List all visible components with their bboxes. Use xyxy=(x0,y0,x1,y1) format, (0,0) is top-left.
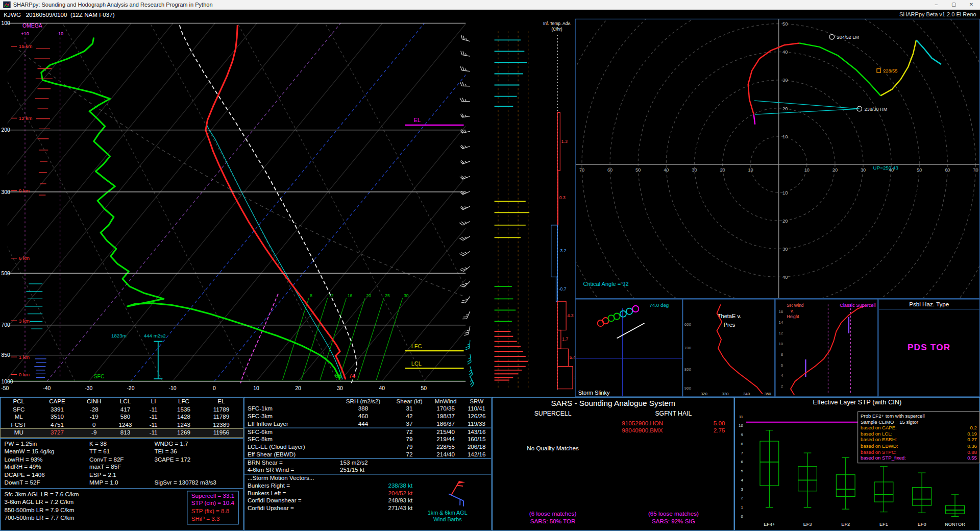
pcl-row[interactable]: FCST475101243-11124312389 xyxy=(1,421,243,429)
sharppy-window: SHARPpy: Sounding and Hodograph Analysis… xyxy=(0,0,980,531)
svg-text:50: 50 xyxy=(421,385,427,391)
svg-text:NONTOR: NONTOR xyxy=(945,522,965,527)
sars-hail-column: SGFNT HAIL 91052900.HON5.0098040900.BMX2… xyxy=(613,408,733,526)
svg-text:7: 7 xyxy=(741,451,743,455)
stp-prob-row: based on ESRH:0.27 xyxy=(861,437,977,443)
pcl-row[interactable]: MU3727-9813-11126911956 xyxy=(1,429,243,437)
svg-text:228/55: 228/55 xyxy=(883,68,897,74)
svg-text:3 km: 3 km xyxy=(19,318,30,324)
stp-boxplot-panel[interactable]: Effective Layer STP (with CIN) 012345678… xyxy=(734,397,980,531)
svg-text:60: 60 xyxy=(945,167,950,173)
version-label: SHARPpy Beta v1.2.0 El Reno xyxy=(899,11,976,17)
svg-text:30: 30 xyxy=(782,78,788,83)
thetae-panel[interactable]: ThetaE v.Pres600700800900320330340350 xyxy=(682,299,775,397)
svg-text:70: 70 xyxy=(579,167,584,173)
wind-speed-profile[interactable] xyxy=(492,19,539,397)
svg-text:6: 6 xyxy=(741,460,743,464)
storm-slinky-panel[interactable]: Storm Slinky74.0 deg xyxy=(575,299,683,397)
inset-row: PCLCAPECINHLCLLILFCELSFC3391-28417-11153… xyxy=(0,397,980,531)
pcl-row[interactable]: ML3510-19580-11142811789 xyxy=(1,413,243,421)
titlebar: SHARPpy: Sounding and Hodograph Analysis… xyxy=(0,0,980,10)
stp-prob-row: based on STP_fixed:0.55 xyxy=(861,455,977,462)
svg-text:2: 2 xyxy=(741,496,743,500)
shear-table-panel[interactable]: SRH (m2/s2)Shear (kt)MnWindSRWSFC-1km388… xyxy=(244,397,492,531)
svg-text:30: 30 xyxy=(337,385,343,391)
sars-hail-prob: SARS: 92% SIG xyxy=(613,518,733,525)
svg-text:9: 9 xyxy=(741,432,743,437)
skewt-plot[interactable]: 812162025301002003005007008501000-50-40-… xyxy=(0,19,492,397)
sars-supercell-prob: SARS: 50% TOR xyxy=(493,518,613,525)
svg-text:1: 1 xyxy=(741,505,743,510)
svg-text:74: 74 xyxy=(349,372,355,379)
svg-text:350: 350 xyxy=(765,392,772,396)
svg-text:200: 200 xyxy=(1,127,10,133)
svg-text:12 km: 12 km xyxy=(19,115,33,121)
svg-text:320: 320 xyxy=(701,392,708,396)
svg-text:5.4: 5.4 xyxy=(570,355,575,360)
close-button[interactable]: ✕ xyxy=(963,0,980,9)
sars-match-row[interactable]: 98040900.BMX2.75 xyxy=(613,427,733,435)
svg-text:30: 30 xyxy=(861,167,866,173)
stp-legend-line1: Prob EF2+ torn with supercell xyxy=(861,413,977,419)
svg-text:Height: Height xyxy=(787,314,800,319)
maximize-button[interactable]: ▢ xyxy=(945,0,962,9)
svg-text:444 m2s2: 444 m2s2 xyxy=(144,333,166,339)
svg-text:0: 0 xyxy=(213,385,216,391)
svg-text:15 km: 15 km xyxy=(19,43,33,49)
svg-text:700: 700 xyxy=(1,322,10,328)
svg-text:4: 4 xyxy=(781,373,783,378)
svg-text:850: 850 xyxy=(1,352,10,358)
minimize-button[interactable]: – xyxy=(927,0,945,9)
shear-row: SFC-3km46042198/37126/26 xyxy=(244,413,492,420)
svg-text:-10: -10 xyxy=(57,31,63,36)
sr-wind-panel[interactable]: 161412108642SR Windv.HeightClassic Super… xyxy=(775,299,878,397)
sars-panel[interactable]: SARS - Sounding Analogue System SUPERCEL… xyxy=(492,397,734,531)
parcel-table-panel[interactable]: PCLCAPECINHLCLLILFCELSFC3391-28417-11153… xyxy=(0,397,244,531)
svg-text:100: 100 xyxy=(1,20,10,26)
svg-text:EF0: EF0 xyxy=(918,522,926,527)
svg-text:50: 50 xyxy=(782,21,788,27)
svg-text:LFC: LFC xyxy=(411,343,422,349)
thermo-indices: PW = 1.25inMeanW = 15.4g/kgLowRH = 93%Mi… xyxy=(1,438,243,488)
svg-text:20: 20 xyxy=(295,385,301,391)
svg-text:30: 30 xyxy=(692,167,697,173)
svg-text:300: 300 xyxy=(1,189,10,195)
stp-prob-row: based on LCL:0.19 xyxy=(861,431,977,438)
svg-text:10: 10 xyxy=(782,134,788,139)
stp-prob-row: based on STPC:0.88 xyxy=(861,449,977,455)
sars-hail-loose: (65 loose matches) xyxy=(613,510,733,518)
shear-row: Eff Shear (EBWD)72214/40142/16 xyxy=(244,451,492,458)
svg-text:6 km: 6 km xyxy=(19,255,30,261)
stp-title: Effective Layer STP (with CIN) xyxy=(735,398,979,407)
svg-text:50: 50 xyxy=(917,167,922,173)
svg-text:(C/hr): (C/hr) xyxy=(551,27,562,32)
sars-hail-header: SGFNT HAIL xyxy=(613,410,733,417)
svg-text:Inf. Temp. Adv.: Inf. Temp. Adv. xyxy=(543,21,571,26)
svg-text:204/52 LM: 204/52 LM xyxy=(837,35,859,40)
svg-text:2: 2 xyxy=(781,384,783,389)
pcl-row[interactable]: SFC3391-28417-11153511789 xyxy=(1,405,243,413)
svg-text:16: 16 xyxy=(778,309,783,314)
svg-text:40: 40 xyxy=(664,167,669,173)
shear-row: Eff Inflow Layer44437186/37119/33 xyxy=(244,420,492,428)
shear-header-row: SRH (m2/s2)Shear (kt)MnWindSRW xyxy=(244,398,492,405)
svg-text:Critical Angle = 92: Critical Angle = 92 xyxy=(583,281,628,287)
svg-text:Storm Slinky: Storm Slinky xyxy=(578,390,610,396)
hazard-type-panel: Psbl Haz. Type PDS TOR xyxy=(878,299,980,397)
svg-text:-3.2: -3.2 xyxy=(559,248,567,253)
composite-index-box: Supercell = 33.1STP (cin) = 10.4STP (fix… xyxy=(187,491,239,524)
svg-text:40: 40 xyxy=(782,50,788,55)
svg-text:3: 3 xyxy=(741,487,743,492)
sars-match-row[interactable]: 91052900.HON5.00 xyxy=(613,420,733,427)
svg-text:700: 700 xyxy=(684,346,692,350)
svg-text:10: 10 xyxy=(739,423,743,428)
svg-text:600: 600 xyxy=(684,322,692,327)
svg-text:1.7: 1.7 xyxy=(562,336,568,342)
svg-text:Pres: Pres xyxy=(724,322,736,328)
svg-text:OMEGA: OMEGA xyxy=(22,23,42,29)
svg-text:40: 40 xyxy=(379,385,385,391)
svg-text:12: 12 xyxy=(778,331,783,335)
hodograph[interactable]: 1010101020202020303030304040404050505060… xyxy=(575,19,980,299)
pcl-header-row: PCLCAPECINHLCLLILFCEL xyxy=(1,398,243,405)
sars-supercell-column: SUPERCELL No Quality Matches (6 loose ma… xyxy=(493,408,613,526)
